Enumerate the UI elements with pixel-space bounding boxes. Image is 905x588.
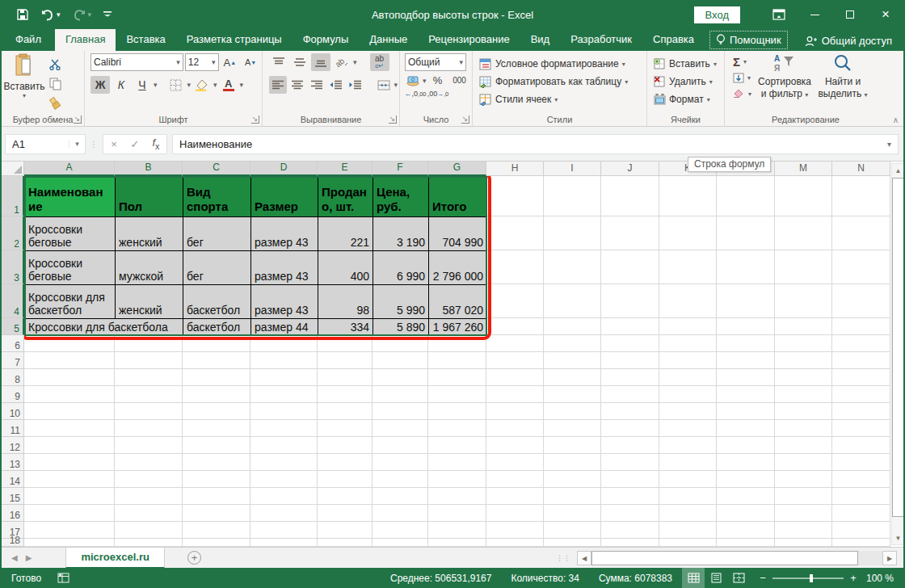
row-header[interactable]: 6 xyxy=(2,335,24,352)
table-cell[interactable]: 704 990 xyxy=(429,217,487,251)
tab-developer[interactable]: Разработчик xyxy=(560,29,642,51)
zoom-in-icon[interactable]: + xyxy=(848,572,858,584)
paste-button[interactable]: Вставить ▾ xyxy=(3,53,45,112)
horizontal-scroll-thumb[interactable] xyxy=(591,551,858,565)
merge-center-icon[interactable] xyxy=(375,76,393,94)
number-dialog-launcher-icon[interactable]: ↘ xyxy=(461,116,469,124)
increase-decimal-icon[interactable]: ←,0,00 xyxy=(405,90,426,98)
formula-input[interactable]: Наименование ▾ xyxy=(172,134,899,154)
column-header[interactable]: A xyxy=(24,162,115,176)
cancel-icon[interactable]: × xyxy=(103,138,124,150)
row-header[interactable]: 14 xyxy=(2,471,24,488)
table-cell[interactable]: размер 43 xyxy=(251,251,318,285)
table-cell[interactable]: 2 796 000 xyxy=(429,251,487,285)
tab-review[interactable]: Рецензирование xyxy=(418,29,520,51)
table-cell[interactable]: мужской xyxy=(116,251,183,285)
zoom-out-icon[interactable]: − xyxy=(758,572,768,584)
zoom-slider-thumb[interactable] xyxy=(810,574,813,582)
scroll-right-icon[interactable]: ▶ xyxy=(882,551,897,565)
row-header[interactable]: 8 xyxy=(2,369,24,386)
column-header[interactable]: J xyxy=(601,162,659,176)
tab-insert[interactable]: Вставка xyxy=(116,29,175,51)
zoom-level-label[interactable]: 100 % xyxy=(858,573,895,584)
tab-page-layout[interactable]: Разметка страницы xyxy=(176,29,293,51)
table-cell[interactable]: женский xyxy=(116,217,183,251)
table-cell[interactable]: 6 990 xyxy=(373,251,429,285)
horizontal-scrollbar[interactable]: ⋮⋮ ◀ ▶ xyxy=(556,551,897,565)
name-box-dropdown-icon[interactable]: ▾ xyxy=(69,140,85,148)
header-cell[interactable]: Размер xyxy=(251,177,318,217)
column-header[interactable]: C xyxy=(183,162,250,176)
table-cell[interactable]: Кроссовки беговые xyxy=(25,251,116,285)
sort-filter-button[interactable]: АЯ Сортировка и фильтр ▾ xyxy=(758,53,811,101)
align-center-icon[interactable] xyxy=(288,76,306,94)
enter-icon[interactable]: ✓ xyxy=(124,138,145,150)
table-cell[interactable]: 98 xyxy=(318,285,373,319)
formula-expand-icon[interactable]: ▾ xyxy=(887,140,898,149)
row-header[interactable]: 16 xyxy=(2,505,24,522)
italic-button[interactable]: К xyxy=(112,76,131,94)
number-format-select[interactable]: Общий▾ xyxy=(405,53,466,71)
grid-body[interactable]: НаименованиеПолВид спортаРазмерПродано, … xyxy=(24,176,890,547)
table-cell[interactable]: 5 990 xyxy=(373,285,429,319)
column-header[interactable]: N xyxy=(832,162,890,176)
autosum-button[interactable]: Σ▾ xyxy=(733,54,751,69)
delete-cells-button[interactable]: Удалить▾ xyxy=(654,73,722,90)
minimize-button[interactable] xyxy=(797,0,832,29)
row-header[interactable]: 13 xyxy=(2,454,24,471)
header-cell[interactable]: Итого xyxy=(429,177,487,217)
cut-icon[interactable] xyxy=(45,56,65,74)
add-sheet-button[interactable]: + xyxy=(187,551,201,565)
currency-icon[interactable] xyxy=(405,75,421,86)
active-cell[interactable]: Наименование xyxy=(25,177,116,217)
bold-button[interactable]: Ж xyxy=(90,76,110,94)
scroll-up-icon[interactable]: ▲ xyxy=(892,164,904,177)
macro-record-icon[interactable] xyxy=(57,573,69,583)
align-bottom-icon[interactable] xyxy=(311,53,330,71)
format-cells-button[interactable]: Формат▾ xyxy=(654,90,722,108)
row-header[interactable]: 11 xyxy=(2,420,24,437)
table-cell[interactable]: Кроссовки беговые xyxy=(25,217,116,251)
row-header[interactable]: 15 xyxy=(2,488,24,505)
align-top-icon[interactable] xyxy=(269,53,288,71)
increase-font-size-icon[interactable]: A▲ xyxy=(221,53,240,71)
close-button[interactable]: × xyxy=(868,0,903,29)
table-cell[interactable]: Кроссовки для баскетбола xyxy=(25,319,183,336)
alignment-dialog-launcher-icon[interactable]: ↘ xyxy=(389,116,397,124)
font-dialog-launcher-icon[interactable]: ↘ xyxy=(251,116,259,124)
row-header[interactable]: 10 xyxy=(2,403,24,420)
collapse-ribbon-icon[interactable]: ∧ xyxy=(893,116,899,124)
copy-icon[interactable] xyxy=(45,75,65,93)
comma-style-icon[interactable]: 000 xyxy=(449,76,470,85)
header-cell[interactable]: Пол xyxy=(116,177,183,217)
insert-function-icon[interactable]: fx xyxy=(145,136,166,151)
underline-button[interactable]: Ч xyxy=(133,76,152,94)
increase-indent-icon[interactable] xyxy=(347,76,364,94)
align-left-icon[interactable] xyxy=(269,76,287,94)
borders-dropdown-icon[interactable]: ▾ xyxy=(187,81,192,89)
fill-color-dropdown-icon[interactable]: ▾ xyxy=(213,81,217,89)
sheet-nav-right-icon[interactable]: ▶ xyxy=(16,553,42,562)
tab-home[interactable]: Главная xyxy=(55,29,116,51)
column-header[interactable]: G xyxy=(428,162,486,176)
name-box[interactable]: A1 ▾ xyxy=(5,134,86,154)
percent-style-icon[interactable]: % xyxy=(428,74,448,86)
header-cell[interactable]: Цена, руб. xyxy=(373,177,429,217)
decrease-decimal-icon[interactable]: ,00→,0 xyxy=(427,90,448,98)
table-cell[interactable]: 221 xyxy=(318,217,373,251)
save-icon[interactable] xyxy=(16,8,29,21)
column-header[interactable]: H xyxy=(486,162,544,176)
customize-qat-icon[interactable] xyxy=(103,9,112,20)
cell-styles-button[interactable]: Стили ячеек▾ xyxy=(479,90,645,108)
row-header[interactable]: 5 xyxy=(2,318,24,335)
column-header[interactable]: M xyxy=(775,162,832,176)
table-cell[interactable]: бег xyxy=(183,217,251,251)
fill-button[interactable]: ▾ xyxy=(733,70,751,85)
align-right-icon[interactable] xyxy=(308,76,326,94)
zoom-slider[interactable] xyxy=(772,578,844,579)
format-painter-icon[interactable] xyxy=(45,94,65,112)
row-header[interactable]: 12 xyxy=(2,437,24,454)
signin-button[interactable]: Вход xyxy=(694,6,740,23)
column-header[interactable]: F xyxy=(373,162,428,176)
ribbon-display-options-icon[interactable] xyxy=(761,0,797,29)
